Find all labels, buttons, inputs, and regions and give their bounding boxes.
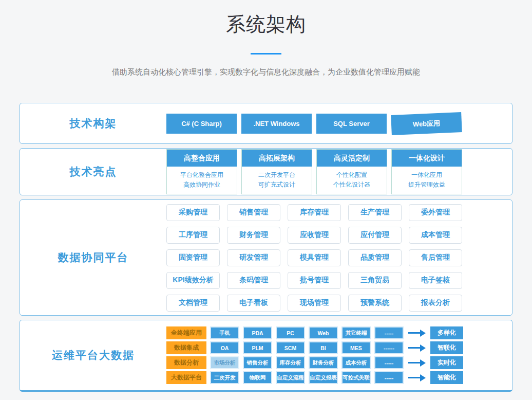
section-label-bigdata: 运维平台大数据 — [20, 348, 166, 362]
tech-stack-buttons: C# (C Sharp).NET WindowsSQL ServerWeb应用 — [166, 114, 462, 134]
bigdata-node: ----- — [374, 326, 404, 339]
page: 系统架构 借助系统自动化核心管理引擎，实现数字化与信息化深度融合，为企业数值化管… — [0, 11, 532, 392]
module-button[interactable]: 应付管理 — [348, 227, 402, 244]
bigdata-rows: 全终端应用手机PDAPCWeb其它终端-----多样化数据集成OAPLMSCMB… — [166, 326, 463, 384]
tech-button[interactable]: .NET Windows — [241, 114, 312, 134]
module-button[interactable]: 固资管理 — [166, 249, 220, 266]
highlight-card-line: 一体化应用 — [392, 170, 462, 180]
bigdata-node: SCM — [276, 341, 305, 354]
highlight-card-body: 平台化整合应用高效协同作业 — [167, 167, 237, 194]
highlight-card: 高拓展架构二次开发平台可扩充式设计 — [241, 149, 312, 194]
highlight-card-line: 高效协同作业 — [167, 180, 237, 190]
bigdata-node: PC — [276, 326, 305, 339]
module-button[interactable]: 委外管理 — [409, 204, 462, 221]
section-bigdata: 运维平台大数据 全终端应用手机PDAPCWeb其它终端-----多样化数据集成O… — [20, 320, 512, 392]
bigdata-node: 其它终端 — [341, 326, 371, 339]
tech-button[interactable]: SQL Server — [316, 114, 387, 134]
highlight-card-title: 高灵活定制 — [317, 150, 387, 167]
arrow-right-icon — [408, 330, 426, 337]
bigdata-node: ----- — [374, 356, 404, 369]
module-button[interactable]: KPI绩效分析 — [166, 272, 220, 289]
sections-container: 技术构架 C# (C Sharp).NET WindowsSQL ServerW… — [20, 103, 512, 392]
module-button[interactable]: 生产管理 — [348, 204, 402, 221]
bigdata-result: 多样化 — [430, 326, 463, 339]
bigdata-node: 手机 — [210, 326, 239, 339]
module-button[interactable]: 预警系统 — [348, 295, 402, 312]
bigdata-category: 全终端应用 — [166, 326, 206, 339]
bigdata-node: PLM — [243, 341, 272, 354]
highlight-card-title: 高拓展架构 — [242, 150, 312, 167]
module-button[interactable]: 售后管理 — [409, 249, 462, 266]
tech-button[interactable]: Web应用 — [391, 112, 462, 135]
bigdata-row: 数据分析市场分析销售分析库存分析财务分析成本分析-----实时化 — [166, 356, 463, 369]
page-title: 系统架构 — [0, 11, 532, 38]
highlight-card-line: 个性化设计器 — [317, 180, 387, 190]
section-platform: 数据协同平台 采购管理销售管理库存管理生产管理委外管理工序管理财务管理应收管理应… — [20, 199, 512, 316]
module-button[interactable]: 库存管理 — [288, 204, 341, 221]
bigdata-node: 可控式关联 — [341, 371, 371, 384]
module-button[interactable]: 批号管理 — [288, 272, 341, 289]
module-button[interactable]: 三角贸易 — [348, 272, 402, 289]
highlight-card: 高灵活定制个性化配置个性化设计器 — [316, 149, 387, 194]
module-button[interactable]: 条码管理 — [227, 272, 280, 289]
bigdata-result: 实时化 — [430, 356, 463, 369]
bigdata-node: MES — [341, 341, 371, 354]
title-underline — [251, 53, 281, 54]
module-button[interactable]: 报表分析 — [409, 295, 462, 312]
module-button[interactable]: 品质管理 — [348, 249, 402, 266]
module-row: 采购管理销售管理库存管理生产管理委外管理 — [166, 204, 462, 221]
arrow-right-icon — [408, 344, 426, 352]
module-button[interactable]: 电子看板 — [227, 295, 280, 312]
bigdata-category: 数据分析 — [166, 356, 206, 369]
highlight-card-line: 提升管理效益 — [392, 180, 462, 190]
bigdata-category: 数据集成 — [166, 341, 206, 354]
highlight-card-body: 一体化应用提升管理效益 — [392, 167, 462, 194]
bigdata-node: 物联网 — [243, 371, 272, 384]
section-label-platform: 数据协同平台 — [20, 250, 166, 265]
module-row: KPI绩效分析条码管理批号管理三角贸易电子签核 — [166, 272, 462, 289]
highlight-cards: 高整合应用平台化整合应用高效协同作业高拓展架构二次开发平台可扩充式设计高灵活定制… — [166, 149, 462, 194]
highlight-card-line: 可扩充式设计 — [242, 180, 312, 190]
highlight-card-line: 平台化整合应用 — [167, 170, 237, 180]
bigdata-result: 智联化 — [430, 341, 463, 354]
module-button[interactable]: 研发管理 — [227, 249, 280, 266]
bigdata-node: PDA — [243, 326, 272, 339]
bigdata-node: 库存分析 — [276, 356, 305, 369]
module-button[interactable]: 应收管理 — [288, 227, 341, 244]
arrow-right-icon — [408, 359, 426, 367]
bigdata-node: ------ — [374, 341, 404, 354]
module-button[interactable]: 采购管理 — [166, 204, 220, 221]
highlight-card: 高整合应用平台化整合应用高效协同作业 — [166, 149, 237, 194]
bigdata-row: 大数据平台二次开发物联网自定义流程自定义报表可控式关联-----智能化 — [166, 371, 463, 384]
module-button[interactable]: 销售管理 — [227, 204, 280, 221]
bigdata-category: 大数据平台 — [166, 371, 206, 384]
highlight-card: 一体化设计一体化应用提升管理效益 — [391, 149, 462, 194]
bigdata-node: OA — [210, 341, 239, 354]
bigdata-node: 自定义流程 — [276, 371, 305, 384]
section-tech-stack: 技术构架 C# (C Sharp).NET WindowsSQL ServerW… — [20, 103, 512, 144]
highlight-card-body: 个性化配置个性化设计器 — [317, 167, 387, 194]
bigdata-row: 全终端应用手机PDAPCWeb其它终端-----多样化 — [166, 326, 463, 339]
module-button[interactable]: 电子签核 — [409, 272, 462, 289]
section-label-tech-stack: 技术构架 — [20, 116, 166, 131]
module-row: 固资管理研发管理模具管理品质管理售后管理 — [166, 249, 462, 266]
page-subtitle: 借助系统自动化核心管理引擎，实现数字化与信息化深度融合，为企业数值化管理应用赋能 — [0, 67, 532, 77]
module-button[interactable]: 成本管理 — [409, 227, 462, 244]
section-label-highlights: 技术亮点 — [20, 165, 166, 179]
bigdata-node: 销售分析 — [243, 356, 272, 369]
module-button[interactable]: 财务管理 — [227, 227, 280, 244]
module-button[interactable]: 现场管理 — [288, 295, 341, 312]
bigdata-node: BI — [309, 341, 338, 354]
module-row: 文档管理电子看板现场管理预警系统报表分析 — [166, 295, 462, 312]
bigdata-node: 自定义报表 — [309, 371, 338, 384]
tech-button[interactable]: C# (C Sharp) — [166, 114, 237, 134]
bigdata-node: 成本分析 — [341, 356, 371, 369]
module-button[interactable]: 模具管理 — [288, 249, 341, 266]
module-button[interactable]: 工序管理 — [166, 227, 220, 244]
highlight-card-body: 二次开发平台可扩充式设计 — [242, 167, 312, 194]
module-button[interactable]: 文档管理 — [166, 295, 220, 312]
bigdata-node: Web — [309, 326, 338, 339]
highlight-card-title: 一体化设计 — [392, 150, 462, 167]
bigdata-node: 二次开发 — [210, 371, 239, 384]
highlight-card-line: 二次开发平台 — [242, 170, 312, 180]
